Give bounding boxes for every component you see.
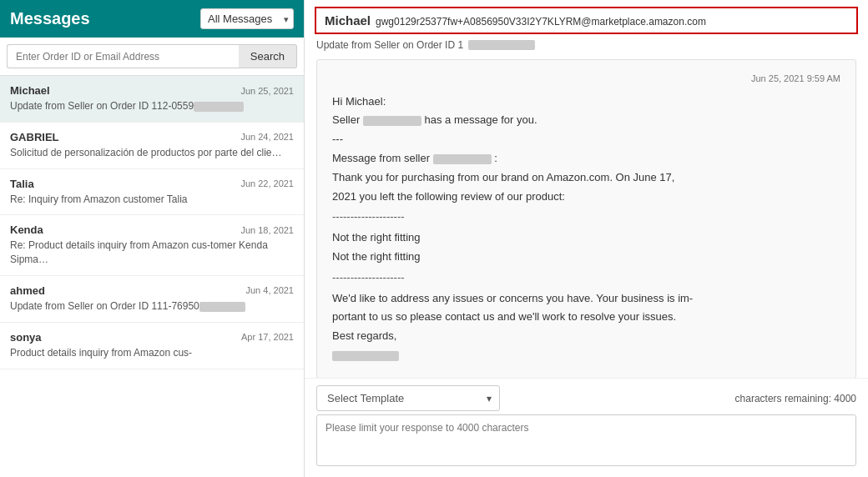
list-item[interactable]: ahmed Jun 4, 2021 Update from Seller on … bbox=[0, 276, 304, 323]
message-item-header: ahmed Jun 4, 2021 bbox=[10, 284, 294, 297]
message-date: Jun 18, 2021 bbox=[240, 225, 294, 235]
redacted-block bbox=[199, 302, 245, 312]
message-body-container: Jun 25, 2021 9:59 AM Hi Michael: Seller … bbox=[305, 56, 868, 378]
list-item[interactable]: Talia Jun 22, 2021 Re: Inquiry from Amaz… bbox=[0, 169, 304, 216]
email-header-address: gwg0129r25377fw+A0856950V33I2Y7KLYRM@mar… bbox=[376, 16, 706, 28]
messages-filter-select[interactable]: All MessagesUnreadRepliedArchived bbox=[200, 8, 294, 29]
redacted-seller bbox=[363, 116, 421, 126]
message-sender: Michael bbox=[10, 84, 50, 97]
list-item[interactable]: Kenda Jun 18, 2021 Re: Product details i… bbox=[0, 215, 304, 276]
filter-wrapper: All MessagesUnreadRepliedArchived bbox=[200, 8, 294, 29]
message-date: Apr 17, 2021 bbox=[241, 332, 294, 342]
message-line: Not the right fitting bbox=[332, 249, 840, 266]
message-line: Not the right fitting bbox=[332, 229, 840, 247]
message-preview: Re: Product details inquiry from Amazon … bbox=[10, 238, 294, 267]
message-date: Jun 22, 2021 bbox=[240, 178, 294, 188]
message-sender: GABRIEL bbox=[10, 131, 59, 143]
template-select[interactable]: Select Template bbox=[316, 385, 500, 411]
message-line: Seller has a message for you. bbox=[332, 112, 840, 129]
message-line: Thank you for purchasing from our brand … bbox=[332, 169, 840, 187]
message-preview: Product details inquiry from Amazon cus- bbox=[10, 346, 294, 360]
message-item-header: Kenda Jun 18, 2021 bbox=[10, 223, 294, 236]
list-item[interactable]: GABRIEL Jun 24, 2021 Solicitud de person… bbox=[0, 123, 304, 169]
divider: -------------------- bbox=[332, 269, 840, 287]
message-sender: Kenda bbox=[10, 223, 43, 236]
message-item-header: Talia Jun 22, 2021 bbox=[10, 178, 294, 190]
reply-textarea[interactable] bbox=[316, 414, 856, 466]
message-item-header: GABRIEL Jun 24, 2021 bbox=[10, 131, 294, 143]
search-input[interactable] bbox=[7, 44, 239, 68]
message-sender: Talia bbox=[10, 178, 34, 190]
list-item[interactable]: sonya Apr 17, 2021 Product details inqui… bbox=[0, 323, 304, 369]
message-list: Michael Jun 25, 2021 Update from Seller … bbox=[0, 76, 304, 477]
redacted-seller2 bbox=[433, 154, 492, 164]
message-line bbox=[332, 347, 840, 364]
reply-area: Select Template characters remaining: 40… bbox=[305, 378, 868, 477]
message-line: 2021 you left the following review of ou… bbox=[332, 188, 840, 206]
message-line: Message from seller : bbox=[332, 150, 840, 168]
main-panel: Michael gwg0129r25377fw+A0856950V33I2Y7K… bbox=[305, 0, 868, 477]
email-subheader-text: Update from Seller on Order ID 1 bbox=[316, 39, 463, 51]
divider: -------------------- bbox=[332, 208, 840, 226]
search-bar: Search bbox=[0, 38, 304, 76]
message-line: portant to us so please contact us and w… bbox=[332, 309, 840, 326]
message-item-header: sonya Apr 17, 2021 bbox=[10, 331, 294, 344]
email-subheader: Update from Seller on Order ID 1 bbox=[305, 38, 868, 56]
sidebar-header: Messages All MessagesUnreadRepliedArchiv… bbox=[0, 0, 304, 38]
email-header: Michael gwg0129r25377fw+A0856950V33I2Y7K… bbox=[315, 7, 858, 34]
search-button[interactable]: Search bbox=[239, 44, 297, 68]
message-line: --- bbox=[332, 131, 840, 148]
list-item[interactable]: Michael Jun 25, 2021 Update from Seller … bbox=[0, 76, 304, 123]
message-preview: Re: Inquiry from Amazon customer Talia bbox=[10, 193, 294, 207]
sidebar-title: Messages bbox=[10, 9, 90, 28]
message-line: We'd like to address any issues or conce… bbox=[332, 290, 840, 308]
template-select-wrapper: Select Template bbox=[316, 385, 500, 411]
message-preview: Update from Seller on Order ID 111-76950 bbox=[10, 299, 294, 314]
chars-remaining: characters remaining: 4000 bbox=[735, 393, 856, 404]
redacted-block bbox=[194, 102, 244, 112]
message-preview: Solicitud de personalización de producto… bbox=[10, 146, 294, 160]
redacted-signature bbox=[332, 351, 399, 361]
message-bubble: Jun 25, 2021 9:59 AM Hi Michael: Seller … bbox=[316, 59, 856, 378]
message-timestamp: Jun 25, 2021 9:59 AM bbox=[332, 72, 840, 87]
sidebar: Messages All MessagesUnreadRepliedArchiv… bbox=[0, 0, 305, 477]
message-date: Jun 4, 2021 bbox=[246, 285, 295, 295]
message-line: Hi Michael: bbox=[332, 93, 840, 111]
message-line: Best regards, bbox=[332, 328, 840, 345]
message-sender: ahmed bbox=[10, 284, 45, 297]
message-date: Jun 24, 2021 bbox=[240, 132, 294, 142]
email-header-name: Michael bbox=[325, 13, 371, 28]
message-preview: Update from Seller on Order ID 112-0559 bbox=[10, 99, 294, 113]
redacted-subheader bbox=[468, 40, 535, 50]
message-date: Jun 25, 2021 bbox=[240, 86, 294, 96]
message-item-header: Michael Jun 25, 2021 bbox=[10, 84, 294, 97]
message-sender: sonya bbox=[10, 331, 42, 344]
template-select-row: Select Template characters remaining: 40… bbox=[316, 385, 856, 411]
